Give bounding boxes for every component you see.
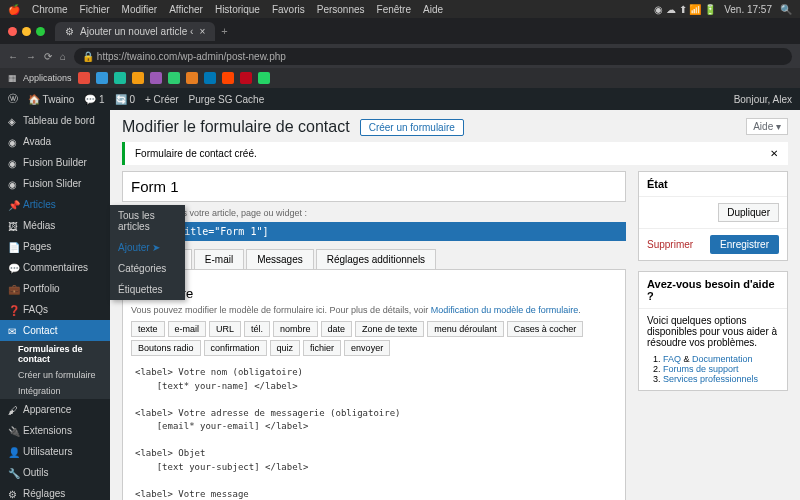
wp-admin-bar: ⓦ 🏠 Twaino 💬 1 🔄 0 + Créer Purge SG Cach… bbox=[0, 88, 800, 110]
flyout-categories[interactable]: Catégories bbox=[110, 258, 185, 279]
services-link[interactable]: Services professionnels bbox=[663, 374, 758, 384]
flyout-tags[interactable]: Étiquettes bbox=[110, 279, 185, 300]
form-tabs: Formulaire E-mail Messages Réglages addi… bbox=[122, 249, 626, 270]
menu[interactable]: Fichier bbox=[80, 4, 110, 15]
sidebar-item-extensions[interactable]: 🔌Extensions bbox=[0, 420, 110, 441]
faq-link[interactable]: FAQ bbox=[663, 354, 681, 364]
updates-count[interactable]: 🔄 0 bbox=[115, 94, 135, 105]
back-icon[interactable]: ← bbox=[8, 51, 18, 62]
sidebar-item-comments[interactable]: 💬Commentaires bbox=[0, 257, 110, 278]
sidebar-item-faqs[interactable]: ❓FAQs bbox=[0, 299, 110, 320]
tag-date[interactable]: date bbox=[321, 321, 353, 337]
forward-icon[interactable]: → bbox=[26, 51, 36, 62]
sidebar-item-fusion-slider[interactable]: ◉Fusion Slider bbox=[0, 173, 110, 194]
create-form-button[interactable]: Créer un formulaire bbox=[360, 119, 464, 136]
menu[interactable]: Personnes bbox=[317, 4, 365, 15]
bookmark-icon[interactable] bbox=[258, 72, 270, 84]
bookmark-icon[interactable] bbox=[204, 72, 216, 84]
home-icon[interactable]: ⌂ bbox=[60, 51, 66, 62]
bookmarks-bar[interactable]: ▦ Applications bbox=[0, 68, 800, 88]
reload-icon[interactable]: ⟳ bbox=[44, 51, 52, 62]
sidebar-item-users[interactable]: 👤Utilisateurs bbox=[0, 441, 110, 462]
tag-number[interactable]: nombre bbox=[273, 321, 318, 337]
sidebar-item-dashboard[interactable]: ◈Tableau de bord bbox=[0, 110, 110, 131]
tab-additional[interactable]: Réglages additionnels bbox=[316, 249, 436, 269]
tab-messages[interactable]: Messages bbox=[246, 249, 314, 269]
close-icon[interactable]: × bbox=[199, 26, 205, 37]
cursor-icon: ➤ bbox=[152, 242, 160, 253]
delete-link[interactable]: Supprimer bbox=[647, 239, 693, 250]
bookmark-icon[interactable] bbox=[186, 72, 198, 84]
duplicate-button[interactable]: Dupliquer bbox=[718, 203, 779, 222]
doc-link[interactable]: Documentation bbox=[692, 354, 753, 364]
flyout-add[interactable]: Ajouter ➤ bbox=[110, 237, 185, 258]
shortcode-box[interactable]: ="1133" title="Form 1"] bbox=[122, 222, 626, 241]
sidebar-item-tools[interactable]: 🔧Outils bbox=[0, 462, 110, 483]
bookmark-icon[interactable] bbox=[96, 72, 108, 84]
bookmark-icon[interactable] bbox=[78, 72, 90, 84]
search-icon[interactable]: 🔍 bbox=[780, 4, 792, 15]
tag-file[interactable]: fichier bbox=[303, 340, 341, 356]
new-button[interactable]: + Créer bbox=[145, 94, 179, 105]
tag-checkbox[interactable]: Cases à cocher bbox=[507, 321, 584, 337]
menu[interactable]: Historique bbox=[215, 4, 260, 15]
apps-label[interactable]: Applications bbox=[23, 73, 72, 83]
sidebar-item-settings[interactable]: ⚙Réglages bbox=[0, 483, 110, 500]
menu[interactable]: Aide bbox=[423, 4, 443, 15]
bookmark-icon[interactable] bbox=[114, 72, 126, 84]
browser-tab[interactable]: ⚙ Ajouter un nouvel article ‹ × bbox=[55, 22, 215, 41]
doc-link[interactable]: Modification du modèle de formulaire bbox=[431, 305, 579, 315]
sidebar-item-fusion-builder[interactable]: ◉Fusion Builder bbox=[0, 152, 110, 173]
bookmark-icon[interactable] bbox=[168, 72, 180, 84]
site-name[interactable]: 🏠 Twaino bbox=[28, 94, 74, 105]
menu[interactable]: Fenêtre bbox=[377, 4, 411, 15]
tag-confirm[interactable]: confirmation bbox=[204, 340, 267, 356]
bookmark-icon[interactable] bbox=[222, 72, 234, 84]
tag-quiz[interactable]: quiz bbox=[270, 340, 301, 356]
bookmark-icon[interactable] bbox=[150, 72, 162, 84]
purge-cache[interactable]: Purge SG Cache bbox=[189, 94, 265, 105]
sidebar-item-avada[interactable]: ◉Avada bbox=[0, 131, 110, 152]
sidebar-item-portfolio[interactable]: 💼Portfolio bbox=[0, 278, 110, 299]
apps-icon[interactable]: ▦ bbox=[8, 73, 17, 83]
menu[interactable]: Modifier bbox=[122, 4, 158, 15]
form-title-input[interactable]: Form 1 bbox=[122, 171, 626, 202]
bookmark-icon[interactable] bbox=[132, 72, 144, 84]
comments-count[interactable]: 💬 1 bbox=[84, 94, 104, 105]
sidebar-item-appearance[interactable]: 🖌Apparence bbox=[0, 399, 110, 420]
tag-dropdown[interactable]: menu déroulant bbox=[427, 321, 504, 337]
tag-email[interactable]: e-mail bbox=[168, 321, 207, 337]
form-code-editor[interactable]: <label> Votre nom (obligatoire) [text* y… bbox=[131, 362, 617, 500]
tag-submit[interactable]: envoyer bbox=[344, 340, 390, 356]
sidebar-item-pages[interactable]: 📄Pages bbox=[0, 236, 110, 257]
menu[interactable]: Chrome bbox=[32, 4, 68, 15]
sidebar-item-articles[interactable]: 📌Articles bbox=[0, 194, 110, 215]
bookmark-icon[interactable] bbox=[240, 72, 252, 84]
flyout-all[interactable]: Tous les articles bbox=[110, 205, 185, 237]
tag-url[interactable]: URL bbox=[209, 321, 241, 337]
dismiss-icon[interactable]: ✕ bbox=[770, 148, 778, 159]
tag-textarea[interactable]: Zone de texte bbox=[355, 321, 424, 337]
user-greeting[interactable]: Bonjour, Alex bbox=[734, 94, 792, 105]
sidebar-item-contact[interactable]: ✉Contact bbox=[0, 320, 110, 341]
tag-text[interactable]: texte bbox=[131, 321, 165, 337]
shortcode-desc: et collez-le dans votre article, page ou… bbox=[122, 208, 626, 218]
address-input[interactable]: 🔒 https://twaino.com/wp-admin/post-new.p… bbox=[74, 48, 792, 65]
tag-radio[interactable]: Boutons radio bbox=[131, 340, 201, 356]
sidebar-sub-forms[interactable]: Formulaires de contact bbox=[0, 341, 110, 367]
sidebar-item-media[interactable]: 🖼Médias bbox=[0, 215, 110, 236]
users-icon: 👤 bbox=[8, 447, 18, 457]
sidebar-sub-integration[interactable]: Intégration bbox=[0, 383, 110, 399]
wp-logo-icon[interactable]: ⓦ bbox=[8, 92, 18, 106]
menu[interactable]: Afficher bbox=[169, 4, 203, 15]
forums-link[interactable]: Forums de support bbox=[663, 364, 739, 374]
tag-tel[interactable]: tél. bbox=[244, 321, 270, 337]
new-tab-button[interactable]: + bbox=[221, 25, 227, 37]
menu[interactable]: Favoris bbox=[272, 4, 305, 15]
tab-email[interactable]: E-mail bbox=[194, 249, 244, 269]
apple-icon[interactable]: 🍎 bbox=[8, 4, 20, 15]
save-button[interactable]: Enregistrer bbox=[710, 235, 779, 254]
sidebar-sub-create[interactable]: Créer un formulaire bbox=[0, 367, 110, 383]
help-tab[interactable]: Aide ▾ bbox=[746, 118, 788, 135]
window-controls[interactable] bbox=[8, 27, 45, 36]
